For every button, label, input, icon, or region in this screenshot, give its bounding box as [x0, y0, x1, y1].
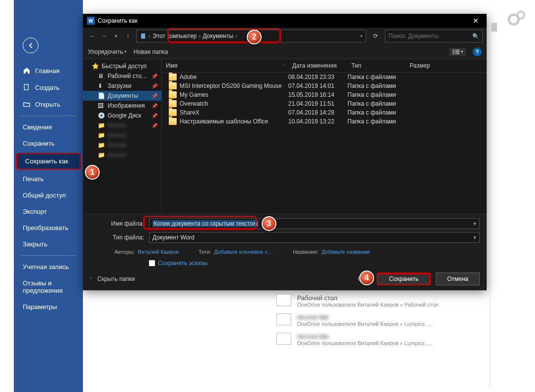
- nav-home[interactable]: Главная: [14, 62, 83, 79]
- tree-node[interactable]: ⬇Загрузки📌: [83, 81, 161, 91]
- list-item[interactable]: Overwatch21.04.2019 11:51Папка с файлами: [162, 99, 487, 108]
- cancel-button[interactable]: Отмена: [436, 273, 480, 285]
- breadcrumb-pc[interactable]: Этот компьютер: [153, 33, 197, 39]
- tree-node[interactable]: 📁blurred: [83, 130, 161, 140]
- nav-label: Главная: [35, 67, 59, 75]
- toolbar: Упорядочить ▾ Новая папка ▾ ?: [83, 44, 487, 59]
- file-list: Имя˄ Дата изменения Тип Размер Adobe08.0…: [162, 59, 487, 214]
- nav-options[interactable]: Параметры: [14, 299, 83, 315]
- svg-point-9: [517, 11, 524, 18]
- breadcrumb-docs[interactable]: Документы: [203, 33, 233, 39]
- marker-2: 2: [247, 30, 262, 44]
- help-icon[interactable]: ?: [473, 47, 482, 56]
- filename-label: Имя файла:: [90, 220, 144, 227]
- marker-4: 4: [359, 271, 374, 285]
- resize-grip-icon[interactable]: ⋰: [480, 284, 485, 289]
- marker-1: 1: [85, 165, 100, 180]
- thumbnail-label: Сохранять эскизы: [158, 260, 208, 267]
- col-date[interactable]: Дата изменения: [288, 61, 347, 70]
- titlebar: W Сохранить как ✕: [83, 14, 487, 28]
- nav-open[interactable]: Открыть: [14, 96, 83, 113]
- svg-rect-5: [455, 49, 459, 50]
- list-item[interactable]: Adobe08.04.2019 23:33Папка с файлами: [162, 73, 487, 81]
- svg-rect-4: [453, 53, 455, 54]
- svg-rect-6: [455, 51, 459, 52]
- nav-new[interactable]: Создать: [14, 79, 83, 96]
- tree-node[interactable]: 💿Google Диск📌: [83, 111, 161, 120]
- gear-icon: [506, 9, 528, 27]
- svg-rect-7: [455, 53, 459, 54]
- folder-tree: ⭐Быстрый доступ🖥Рабочий сто…📌⬇Загрузки📌📄…: [83, 59, 162, 214]
- nav-up-icon[interactable]: ↑: [122, 31, 133, 41]
- marker-3: 3: [262, 216, 276, 231]
- bg-item[interactable]: blurred titleOneDrive пользователя Витал…: [276, 330, 483, 349]
- tree-node[interactable]: 📁blurred📌: [83, 120, 161, 130]
- close-icon[interactable]: ✕: [469, 17, 483, 25]
- tree-node[interactable]: 🖥Рабочий сто…📌: [83, 71, 161, 81]
- nav-feedback[interactable]: Отзывы и предложения: [14, 275, 83, 299]
- list-item[interactable]: My Games15.05.2019 16:14Папка с файлами: [162, 90, 487, 99]
- svg-rect-3: [453, 51, 455, 52]
- nav-label: Создать: [35, 84, 59, 91]
- col-type[interactable]: Тип: [347, 61, 406, 70]
- thumbnail-checkbox[interactable]: [149, 260, 155, 266]
- tree-node[interactable]: 📄Документы📌: [83, 91, 161, 101]
- nav-label: Открыть: [35, 101, 60, 108]
- save-button[interactable]: Сохранить: [377, 273, 431, 285]
- dialog-title: Сохранить как: [98, 17, 466, 24]
- list-item[interactable]: MSI Interceptor DS200 Gaming Mouse07.04.…: [162, 81, 487, 90]
- nav-save[interactable]: Сохранить: [14, 135, 83, 152]
- search-box[interactable]: 🔍: [385, 30, 483, 42]
- nav-export[interactable]: Экспорт: [14, 203, 83, 220]
- refresh-icon[interactable]: ⟳: [369, 30, 382, 42]
- organize-button[interactable]: Упорядочить ▾: [88, 48, 126, 55]
- filetype-label: Тип файла:: [90, 234, 144, 241]
- word-icon: W: [87, 17, 95, 25]
- nav-account[interactable]: Учетная запись: [14, 259, 83, 275]
- svg-rect-1: [141, 34, 145, 39]
- view-button[interactable]: ▾: [450, 48, 466, 56]
- search-input[interactable]: [388, 33, 469, 39]
- nav-label: Сохранить как: [25, 157, 68, 165]
- filename-input[interactable]: Копия документа со скрытым текстом▾: [149, 218, 480, 229]
- nav-transform[interactable]: Преобразовать: [14, 220, 83, 236]
- title-link[interactable]: Добавьте название: [322, 249, 370, 255]
- tree-node[interactable]: 📁blurred: [83, 150, 161, 160]
- doc-icon: [140, 33, 147, 39]
- list-item[interactable]: ShareX07.04.2019 14:28Папка с файлами: [162, 108, 487, 117]
- address-row: ← → ▾ ↑ › Этот компьютер › Документы › ▾…: [83, 28, 487, 44]
- filetype-select[interactable]: Документ Word▾: [149, 232, 480, 243]
- scrollbar[interactable]: [491, 23, 497, 32]
- bg-item[interactable]: blurred titleOneDrive пользователя Витал…: [276, 311, 483, 330]
- tree-node[interactable]: 📁blurred: [83, 140, 161, 150]
- nav-share[interactable]: Общий доступ: [14, 187, 83, 203]
- nav-recent-icon[interactable]: ▾: [111, 31, 121, 41]
- tags-link[interactable]: Добавьте ключевое с…: [214, 249, 273, 255]
- search-icon[interactable]: 🔍: [472, 33, 479, 39]
- nav-info[interactable]: Сведения: [14, 119, 83, 135]
- col-name[interactable]: Имя˄: [162, 61, 288, 70]
- back-button[interactable]: [23, 38, 38, 53]
- bottom-panel: Имя файла: Копия документа со скрытым те…: [83, 214, 487, 290]
- word-backstage-sidebar: Главная Создать Открыть Сведения Сохрани…: [14, 0, 83, 392]
- tree-node[interactable]: 🖼Изображения📌: [83, 101, 161, 111]
- svg-rect-2: [453, 49, 455, 50]
- col-size[interactable]: Размер: [406, 61, 440, 70]
- nav-back-icon[interactable]: ←: [87, 31, 98, 41]
- tree-node[interactable]: ⭐Быстрый доступ: [83, 61, 161, 71]
- background-results: Рабочий столOneDrive пользователя Витали…: [276, 291, 483, 349]
- hide-folders-button[interactable]: ˄ Скрыть папки: [90, 275, 135, 282]
- new-folder-button[interactable]: Новая папка: [133, 48, 168, 55]
- nav-print[interactable]: Печать: [14, 171, 83, 187]
- nav-close[interactable]: Закрыть: [14, 236, 83, 252]
- nav-save-as[interactable]: Сохранить как: [16, 153, 81, 170]
- chevron-down-icon[interactable]: ▾: [360, 34, 363, 39]
- authors-link[interactable]: Виталий Каиров: [138, 249, 179, 255]
- nav-fwd-icon[interactable]: →: [99, 31, 110, 41]
- bg-item[interactable]: Рабочий столOneDrive пользователя Витали…: [276, 291, 483, 311]
- list-item[interactable]: Настраиваемые шаблоны Office10.04.2019 1…: [162, 117, 487, 126]
- svg-rect-0: [24, 84, 28, 90]
- save-as-dialog: W Сохранить как ✕ ← → ▾ ↑ › Этот компьют…: [83, 14, 487, 290]
